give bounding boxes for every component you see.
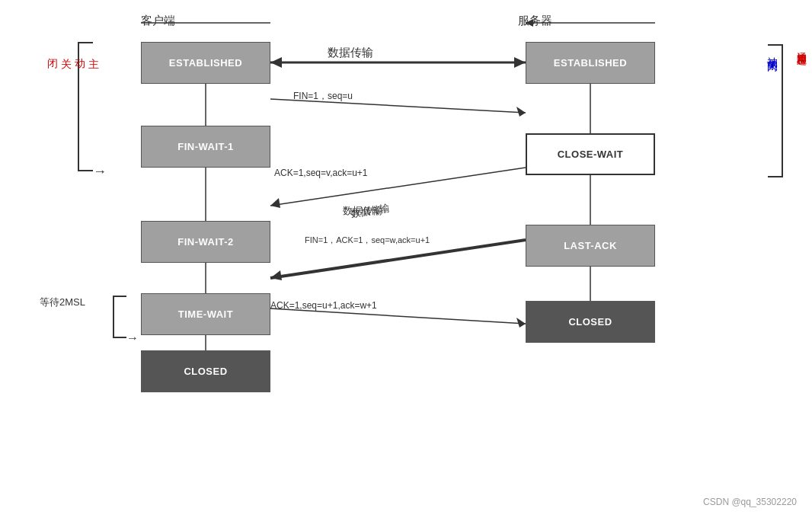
arrow-label-3: FIN=1，ACK=1，seq=w,ack=u+1	[305, 235, 430, 246]
arrow-label-2: ACK=1,seq=v,ack=u+1	[274, 168, 368, 178]
arrow-label-1: FIN=1，seq=u	[293, 90, 353, 103]
passive-close-label: 被动关闭	[766, 48, 779, 54]
svg-marker-7	[516, 107, 526, 117]
svg-marker-11	[270, 270, 282, 280]
diagram-container: 客户端 服务器 数据传输 ESTABLISHED FIN-WAIT-1 FIN-…	[0, 0, 812, 521]
server-label: 服务器	[518, 14, 552, 28]
data-transfer-top: 数据传输	[328, 46, 373, 60]
wait-2msl-label: 等待2MSL	[40, 296, 85, 309]
state-established-server: ESTABLISHED	[526, 42, 655, 84]
diagram-arrows	[0, 0, 812, 521]
state-fin-wait-1: FIN-WAIT-1	[141, 126, 270, 168]
state-close-wait: CLOSE-WAIT	[526, 133, 655, 175]
state-closed-client: CLOSED	[141, 350, 270, 392]
state-fin-wait-2: FIN-WAIT-2	[141, 221, 270, 263]
data-transfer-label-2: 数据传输	[343, 204, 382, 218]
arrow-label-4: ACK=1,seq=u+1,ack=w+1	[270, 300, 377, 311]
svg-line-12	[270, 308, 526, 324]
svg-marker-4	[270, 57, 282, 68]
state-established-client: ESTABLISHED	[141, 42, 270, 84]
client-label: 客户端	[141, 14, 175, 28]
state-time-wait: TIME-WAIT	[141, 293, 270, 335]
state-closed-server: CLOSED	[526, 301, 655, 343]
svg-marker-13	[516, 318, 526, 328]
watermark: CSDN @qq_35302220	[703, 497, 797, 507]
notify-app-label: 通知应用进程	[794, 44, 808, 49]
active-close-label: 主动关闭	[46, 50, 101, 51]
state-last-ack: LAST-ACK	[526, 225, 655, 267]
svg-marker-5	[514, 57, 526, 68]
svg-marker-9	[270, 198, 280, 208]
